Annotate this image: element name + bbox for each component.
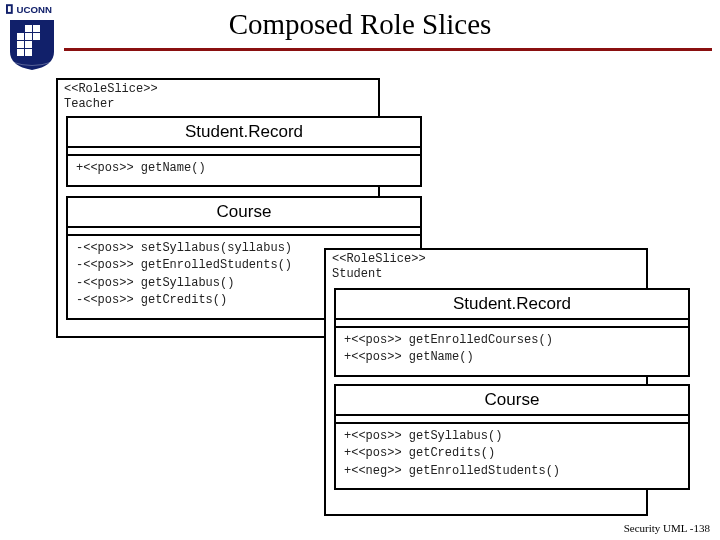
- op-row: +<<pos>> getSyllabus(): [344, 428, 680, 445]
- op-row: +<<pos>> getCredits(): [344, 445, 680, 462]
- class-name: Course: [68, 198, 420, 226]
- roleslice-name: Student: [332, 267, 640, 282]
- op-row: +<<pos>> getName(): [76, 160, 412, 177]
- class-operations: +<<pos>> getSyllabus() +<<pos>> getCredi…: [336, 424, 688, 488]
- student-studentrecord: Student.Record +<<pos>> getEnrolledCours…: [334, 288, 690, 377]
- title-underline: [64, 48, 712, 51]
- roleslice-student-header: <<RoleSlice>> Student: [326, 250, 646, 288]
- header: UCONN Composed Role Slices: [0, 0, 720, 72]
- op-row: +<<pos>> getName(): [344, 349, 680, 366]
- op-row: +<<neg>> getEnrolledStudents(): [344, 463, 680, 480]
- svg-rect-11: [25, 49, 32, 56]
- svg-rect-8: [17, 41, 24, 48]
- slide-footer: Security UML -138: [624, 522, 710, 534]
- roleslice-stereotype: <<RoleSlice>>: [64, 82, 372, 97]
- class-name: Student.Record: [68, 118, 420, 146]
- svg-rect-10: [17, 49, 24, 56]
- class-operations: +<<pos>> getName(): [68, 156, 420, 185]
- student-course: Course +<<pos>> getSyllabus() +<<pos>> g…: [334, 384, 690, 490]
- class-operations: +<<pos>> getEnrolledCourses() +<<pos>> g…: [336, 328, 688, 375]
- class-name: Student.Record: [336, 290, 688, 318]
- roleslice-teacher-header: <<RoleSlice>> Teacher: [58, 80, 378, 118]
- svg-rect-9: [25, 41, 32, 48]
- teacher-studentrecord: Student.Record +<<pos>> getName(): [66, 116, 422, 187]
- op-row: +<<pos>> getEnrolledCourses(): [344, 332, 680, 349]
- roleslice-name: Teacher: [64, 97, 372, 112]
- slide-title: Composed Role Slices: [0, 8, 720, 41]
- class-name: Course: [336, 386, 688, 414]
- roleslice-stereotype: <<RoleSlice>>: [332, 252, 640, 267]
